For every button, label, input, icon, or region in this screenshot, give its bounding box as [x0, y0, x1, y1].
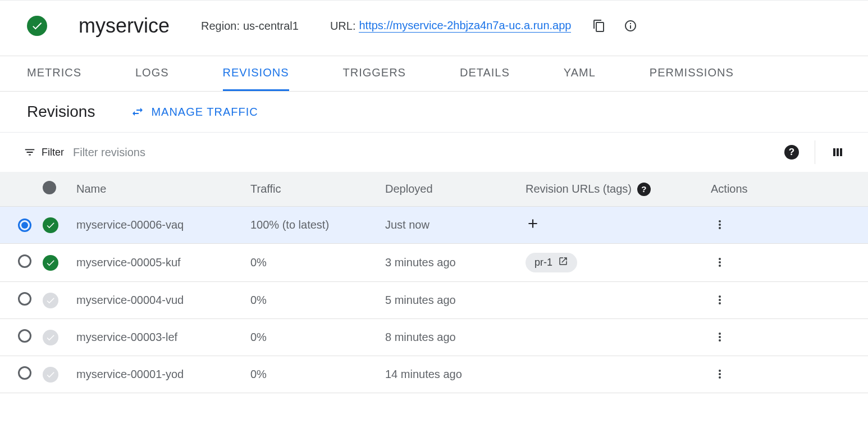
add-tag-icon[interactable]: [526, 216, 540, 231]
service-status-icon: [27, 16, 47, 36]
revision-deployed: Just now: [380, 207, 520, 244]
status-check-icon: [43, 217, 58, 233]
revision-traffic: 0%: [245, 319, 380, 356]
status-check-icon: [43, 293, 58, 308]
revision-tag-chip[interactable]: pr-1: [526, 253, 577, 272]
url-label: URL:: [330, 20, 356, 33]
manage-traffic-button[interactable]: MANAGE TRAFFIC: [131, 105, 258, 119]
service-header: myservice Region: us-central1 URL: https…: [0, 0, 868, 56]
column-selector-icon[interactable]: [831, 145, 844, 159]
col-header-actions: Actions: [705, 172, 868, 207]
tab-yaml[interactable]: YAML: [564, 56, 596, 91]
region-meta: Region: us-central1: [201, 20, 299, 33]
revision-urls-cell: [520, 282, 705, 319]
url-meta: URL: https://myservice-2hbjza4n7a-uc.a.r…: [330, 19, 638, 33]
revision-name: myservice-00003-lef: [71, 319, 245, 356]
tab-logs[interactable]: LOGS: [135, 56, 169, 91]
table-row[interactable]: myservice-00005-kuf0%3 minutes agopr-1: [0, 244, 868, 282]
col-header-deployed[interactable]: Deployed: [380, 172, 520, 207]
table-row[interactable]: myservice-00006-vaq100% (to latest)Just …: [0, 207, 868, 244]
filter-icon: [24, 146, 36, 158]
status-check-icon: [43, 330, 58, 345]
filter-input[interactable]: [73, 146, 775, 159]
table-row[interactable]: myservice-00004-vud0%5 minutes ago: [0, 282, 868, 319]
table-header-row: Name Traffic Deployed Revision URLs (tag…: [0, 172, 868, 207]
row-actions-menu-icon[interactable]: [711, 328, 729, 346]
row-radio[interactable]: [18, 254, 31, 268]
revision-deployed: 8 minutes ago: [380, 319, 520, 356]
info-icon[interactable]: [624, 19, 637, 33]
revision-name: myservice-00001-yod: [71, 356, 245, 393]
revision-urls-cell: pr-1: [520, 244, 705, 282]
col-header-traffic[interactable]: Traffic: [245, 172, 380, 207]
revisions-table: Name Traffic Deployed Revision URLs (tag…: [0, 172, 868, 393]
tab-revisions[interactable]: REVISIONS: [223, 56, 289, 91]
row-actions-menu-icon[interactable]: [711, 216, 729, 234]
header-meta: Region: us-central1 URL: https://myservi…: [201, 19, 637, 33]
tab-triggers[interactable]: TRIGGERS: [343, 56, 406, 91]
tab-details[interactable]: DETAILS: [460, 56, 510, 91]
status-check-icon: [43, 255, 58, 271]
revision-deployed: 14 minutes ago: [380, 356, 520, 393]
tab-metrics[interactable]: METRICS: [27, 56, 81, 91]
col-header-name[interactable]: Name: [71, 172, 245, 207]
urls-help-icon[interactable]: ?: [637, 183, 651, 196]
row-actions-menu-icon[interactable]: [711, 365, 729, 383]
row-radio[interactable]: [18, 292, 31, 306]
region-value: us-central1: [243, 20, 299, 33]
revision-name: myservice-00006-vaq: [71, 207, 245, 244]
revision-urls-cell: [520, 319, 705, 356]
copy-icon[interactable]: [592, 19, 606, 33]
subheader: Revisions MANAGE TRAFFIC: [0, 92, 868, 133]
external-link-icon: [558, 256, 568, 269]
revision-name: myservice-00004-vud: [71, 282, 245, 319]
row-radio[interactable]: [18, 219, 31, 232]
service-name-title: myservice: [79, 14, 170, 38]
status-header-dot: [43, 181, 56, 194]
filter-row: Filter ?: [0, 133, 868, 172]
service-url-link[interactable]: https://myservice-2hbjza4n7a-uc.a.run.ap…: [359, 19, 571, 33]
tabs-nav: METRICS LOGS REVISIONS TRIGGERS DETAILS …: [0, 56, 868, 92]
table-row[interactable]: myservice-00003-lef0%8 minutes ago: [0, 319, 868, 356]
revision-traffic: 0%: [245, 356, 380, 393]
row-actions-menu-icon[interactable]: [711, 291, 729, 309]
revision-urls-cell: [520, 207, 705, 244]
row-actions-menu-icon[interactable]: [711, 253, 729, 271]
region-label: Region:: [201, 20, 240, 33]
revision-name: myservice-00005-kuf: [71, 244, 245, 282]
filter-label-text: Filter: [42, 147, 64, 158]
table-row[interactable]: myservice-00001-yod0%14 minutes ago: [0, 356, 868, 393]
revision-traffic: 0%: [245, 244, 380, 282]
help-icon[interactable]: ?: [784, 145, 799, 160]
revision-traffic: 0%: [245, 282, 380, 319]
swap-icon: [131, 105, 144, 119]
row-radio[interactable]: [18, 329, 31, 343]
revision-tag-label: pr-1: [534, 257, 552, 268]
revision-deployed: 3 minutes ago: [380, 244, 520, 282]
row-radio[interactable]: [18, 366, 31, 380]
page-title: Revisions: [27, 103, 95, 121]
revision-deployed: 5 minutes ago: [380, 282, 520, 319]
manage-traffic-label: MANAGE TRAFFIC: [151, 106, 258, 119]
divider: [815, 140, 815, 164]
filter-label: Filter: [24, 146, 64, 158]
revision-urls-cell: [520, 356, 705, 393]
col-header-urls: Revision URLs (tags): [526, 183, 632, 195]
tab-permissions[interactable]: PERMISSIONS: [650, 56, 734, 91]
revision-traffic: 100% (to latest): [245, 207, 380, 244]
status-check-icon: [43, 367, 58, 383]
